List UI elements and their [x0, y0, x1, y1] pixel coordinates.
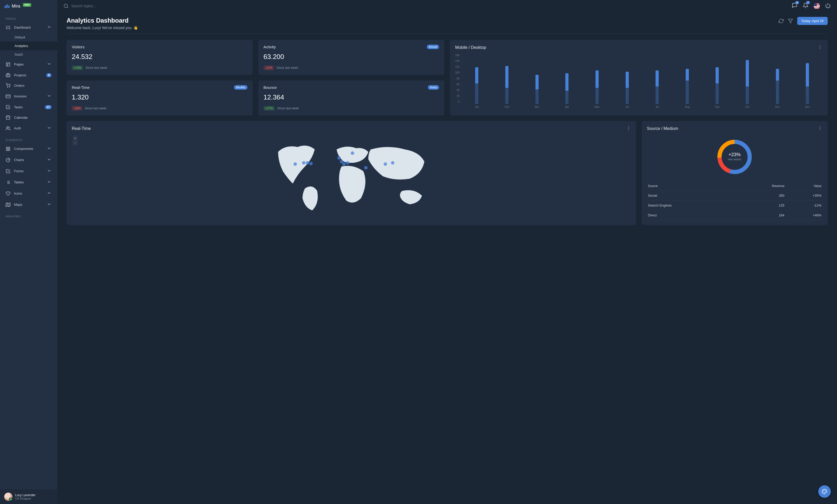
svg-marker-23: [6, 203, 11, 207]
sidebar-item-forms[interactable]: Forms: [0, 166, 57, 177]
zoom-in-button[interactable]: +: [73, 136, 77, 141]
sidebar-item-icons[interactable]: Icons: [0, 188, 57, 199]
svg-marker-29: [788, 19, 793, 23]
search-input[interactable]: [71, 4, 149, 8]
svg-point-33: [628, 127, 628, 127]
sidebar-calendar-label: Calendar: [14, 116, 28, 119]
sidebar-pages-label: Pages: [14, 62, 24, 66]
stat-value: 24.532: [72, 53, 247, 61]
svg-point-4: [7, 87, 8, 88]
sidebar: Mira PRO PAGES Dashboard Default Analyti…: [0, 0, 57, 504]
avatar: [4, 492, 13, 501]
svg-point-5: [10, 87, 10, 88]
palette-icon: [822, 489, 827, 494]
projects-badge: 8: [46, 73, 52, 77]
filter-icon[interactable]: [788, 18, 793, 24]
map-svg: [72, 135, 631, 213]
svg-point-30: [820, 45, 820, 46]
sidebar-icons-label: Icons: [14, 191, 22, 195]
chevron-down-icon: [47, 61, 52, 67]
svg-text:new visitors: new visitors: [728, 158, 741, 161]
messages-button[interactable]: 3: [792, 3, 798, 9]
sidebar-sub-analytics[interactable]: Analytics: [0, 41, 57, 50]
sidebar-item-tables[interactable]: Tables: [0, 177, 57, 188]
notifications-badge: 7: [806, 1, 810, 4]
sidebar-tasks-label: Tasks: [14, 105, 23, 109]
power-button[interactable]: [825, 3, 831, 9]
chevron-down-icon: [47, 157, 52, 163]
sidebar-auth-label: Auth: [14, 126, 21, 130]
svg-text:+23%: +23%: [729, 152, 741, 157]
briefcase-icon: [6, 73, 11, 77]
donut-chart: +23% new visitors: [715, 137, 754, 176]
svg-point-12: [7, 127, 8, 128]
sidebar-components-label: Components: [14, 147, 33, 151]
chevron-down-icon: [47, 126, 52, 131]
svg-point-36: [293, 162, 297, 166]
donut-title: Source / Medium: [647, 126, 678, 131]
stat-pct: -18%: [72, 106, 82, 111]
sidebar-item-maps[interactable]: Maps: [0, 199, 57, 210]
notifications-button[interactable]: 7: [803, 3, 808, 9]
sidebar-item-charts[interactable]: Charts: [0, 154, 57, 166]
sidebar-maps-label: Maps: [14, 203, 22, 207]
check-square-icon: [6, 169, 11, 173]
locale-flag-icon[interactable]: [814, 3, 820, 9]
chevron-down-icon: [47, 191, 52, 196]
sidebar-forms-label: Forms: [14, 169, 24, 173]
stat-chip: Monthly: [234, 85, 247, 90]
svg-point-39: [309, 162, 313, 165]
sidebar-item-calendar[interactable]: Calendar: [0, 112, 57, 123]
sidebar-projects-label: Projects: [14, 73, 26, 77]
svg-rect-13: [6, 147, 7, 148]
zoom-out-button[interactable]: −: [73, 141, 77, 145]
refresh-icon[interactable]: [779, 18, 784, 24]
stat-since: Since last week: [86, 66, 107, 70]
stat-title: Real-Time: [72, 85, 90, 90]
date-range-button[interactable]: Today: April 29: [797, 17, 827, 25]
svg-point-50: [820, 129, 820, 130]
svg-point-37: [302, 161, 305, 165]
svg-rect-15: [8, 149, 10, 150]
more-button[interactable]: [626, 126, 631, 131]
col-value: Value: [785, 182, 822, 191]
svg-point-49: [820, 128, 820, 128]
sidebar-item-invoices[interactable]: Invoices: [0, 91, 57, 102]
sidebar-item-dashboard[interactable]: Dashboard: [0, 22, 57, 33]
sidebar-item-components[interactable]: Components: [0, 143, 57, 154]
heart-icon: [6, 191, 11, 196]
sidebar-sub-default[interactable]: Default: [0, 33, 57, 41]
sidebar-item-auth[interactable]: Auth: [0, 123, 57, 134]
svg-point-59: [823, 491, 824, 492]
stat-visitors: Visitors 24.532 +14%Since last week: [67, 40, 253, 75]
more-button[interactable]: [818, 45, 822, 50]
bar-chart: 160140120100806040200 JanFebMarAprMayJun…: [455, 54, 822, 108]
map-icon: [6, 202, 11, 207]
stat-title: Activity: [264, 45, 276, 49]
chevron-down-icon: [47, 180, 52, 185]
table-row: Direct164+46%: [647, 210, 823, 220]
logo[interactable]: Mira PRO: [0, 0, 57, 13]
sidebar-sub-saas[interactable]: SaaS: [0, 50, 57, 59]
sidebar-item-projects[interactable]: Projects 8: [0, 70, 57, 80]
svg-point-26: [64, 4, 68, 7]
svg-point-56: [824, 490, 825, 491]
page-subtitle: Welcome back, Lucy! We've missed you. 👋: [67, 26, 138, 30]
svg-rect-6: [6, 95, 11, 98]
profile-footer[interactable]: Lucy Lavender UX Designer: [0, 489, 57, 504]
section-elements-label: ELEMENTS: [0, 134, 57, 143]
svg-point-58: [823, 490, 824, 491]
sidebar-item-tasks[interactable]: Tasks 17: [0, 102, 57, 112]
sidebar-item-pages[interactable]: Pages: [0, 59, 57, 70]
logo-mark-icon: [5, 4, 10, 8]
svg-point-42: [342, 162, 346, 166]
power-icon: [825, 3, 831, 8]
world-map[interactable]: + −: [72, 135, 631, 213]
sidebar-item-orders[interactable]: Orders: [0, 80, 57, 91]
stat-since: Since last week: [85, 107, 106, 110]
layout-icon: [6, 62, 11, 67]
col-revenue: Revenue: [736, 182, 785, 191]
more-button[interactable]: [818, 126, 822, 131]
theme-fab[interactable]: [818, 485, 831, 498]
sliders-icon: [6, 25, 11, 30]
